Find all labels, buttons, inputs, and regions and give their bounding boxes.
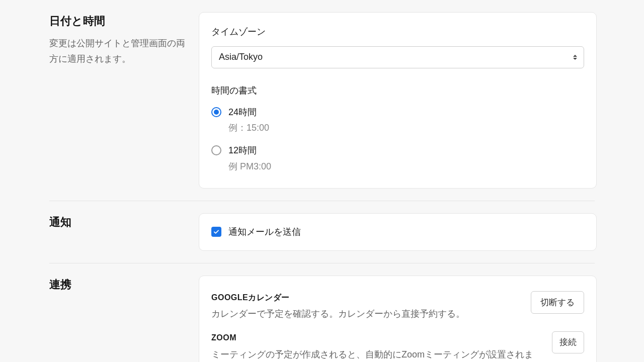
integration-zoom-title: ZOOM xyxy=(211,331,542,344)
integrations-header-col: 連携 xyxy=(0,276,199,362)
timezone-selected-value: Asia/Tokyo xyxy=(219,50,263,64)
time-format-radio-group: 24時間 例：15:00 12時間 例 PM3:00 xyxy=(211,105,584,174)
radio-unselected-icon xyxy=(211,145,221,155)
time-format-12h-example: 例 PM3:00 xyxy=(228,159,271,174)
time-format-12h-option[interactable]: 12時間 例 PM3:00 xyxy=(211,143,584,174)
integration-zoom-description: ミーティングの予定が作成されると、自動的にZoomミーティングが設置されます。 xyxy=(211,347,542,362)
time-format-24h-label: 24時間 xyxy=(228,105,269,120)
integrations-heading: 連携 xyxy=(49,276,189,293)
time-format-24h-example: 例：15:00 xyxy=(228,121,269,135)
date-time-card: タイムゾーン Asia/Tokyo 時間の書式 xyxy=(199,12,597,189)
notifications-card: 通知メールを送信 xyxy=(199,213,597,251)
date-time-description: 変更は公開サイトと管理画面の両方に適用されます。 xyxy=(49,36,189,66)
time-format-24h-option[interactable]: 24時間 例：15:00 xyxy=(211,105,584,136)
disconnect-button[interactable]: 切断する xyxy=(531,291,584,314)
email-notification-label: 通知メールを送信 xyxy=(228,225,301,239)
integration-google-description: カレンダーで予定を確認する。カレンダーから直接予約する。 xyxy=(211,307,521,321)
integration-google-calendar: GOOGLEカレンダー カレンダーで予定を確認する。カレンダーから直接予約する。… xyxy=(211,291,584,321)
integrations-card: GOOGLEカレンダー カレンダーで予定を確認する。カレンダーから直接予約する。… xyxy=(199,276,597,362)
radio-selected-icon xyxy=(211,107,221,117)
check-icon xyxy=(213,228,220,235)
notifications-section: 通知 通知メールを送信 xyxy=(0,201,644,251)
integration-google-title: GOOGLEカレンダー xyxy=(211,291,521,304)
email-notification-checkbox[interactable] xyxy=(211,227,221,237)
timezone-select[interactable]: Asia/Tokyo xyxy=(211,46,584,68)
notifications-header-col: 通知 xyxy=(0,213,199,251)
integration-zoom: ZOOM ミーティングの予定が作成されると、自動的にZoomミーティングが設置さ… xyxy=(211,331,584,362)
integrations-section: 連携 GOOGLEカレンダー カレンダーで予定を確認する。カレンダーから直接予約… xyxy=(0,263,644,362)
date-time-header-col: 日付と時間 変更は公開サイトと管理画面の両方に適用されます。 xyxy=(0,12,199,189)
date-time-heading: 日付と時間 xyxy=(49,12,189,30)
email-notification-row[interactable]: 通知メールを送信 xyxy=(211,225,584,239)
connect-button[interactable]: 接続 xyxy=(552,331,584,353)
date-time-section: 日付と時間 変更は公開サイトと管理画面の両方に適用されます。 タイムゾーン As… xyxy=(0,0,644,189)
notifications-heading: 通知 xyxy=(49,213,189,231)
time-format-label: 時間の書式 xyxy=(211,83,584,98)
timezone-label: タイムゾーン xyxy=(211,25,584,39)
time-format-12h-label: 12時間 xyxy=(228,143,271,158)
